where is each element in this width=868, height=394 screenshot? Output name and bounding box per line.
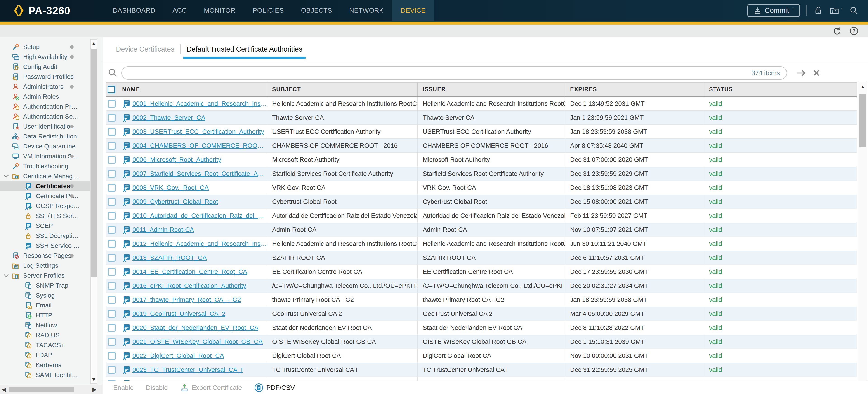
sidebar-item-authentication-profile[interactable]: Authentication Profile xyxy=(0,102,90,111)
sidebar-item-device-quarantine[interactable]: Device Quarantine xyxy=(0,141,90,151)
sidebar-item-saml-identity-provider[interactable]: SAML Identity Provider xyxy=(0,370,90,380)
sidebar-item-email[interactable]: Email xyxy=(0,300,90,310)
scroll-left-arrow[interactable]: ◀ xyxy=(0,387,8,392)
certificate-name-link[interactable]: 0008_VRK_Gov._Root_CA xyxy=(132,184,209,191)
sidebar-item-snmp-trap[interactable]: SNMP Trap xyxy=(0,281,90,291)
sidebar-item-high-availability[interactable]: High Availability xyxy=(0,52,90,62)
certificate-name-link[interactable]: 0017_thawte_Primary_Root_CA_-_G2 xyxy=(132,296,241,303)
nav-tab-monitor[interactable]: MONITOR xyxy=(195,0,244,21)
row-checkbox[interactable] xyxy=(108,184,116,192)
certificate-name-link[interactable]: 0003_USERTrust_ECC_Certification_Authori… xyxy=(132,128,264,135)
disable-button[interactable]: Disable xyxy=(146,384,168,392)
sidebar-item-tacacs[interactable]: TACACS+ xyxy=(0,340,90,350)
column-header-issuer[interactable]: ISSUER xyxy=(418,83,565,96)
certificate-name-link[interactable]: 0001_Hellenic_Academic_and_Research_Inst… xyxy=(132,100,267,107)
sidebar-item-user-identification[interactable]: User Identification xyxy=(0,122,90,131)
nav-tab-acc[interactable]: ACC xyxy=(164,0,195,21)
certificate-name-link[interactable]: 0009_Cybertrust_Global_Root xyxy=(132,198,218,205)
row-checkbox[interactable] xyxy=(108,100,116,107)
enable-button[interactable]: Enable xyxy=(113,384,133,392)
scroll-down-arrow[interactable]: ▼ xyxy=(91,377,97,382)
certificate-name-link[interactable]: 0012_Hellenic_Academic_and_Research_Inst… xyxy=(132,240,267,248)
sidebar-item-ocsp-responder[interactable]: OCSP Responder xyxy=(0,201,90,211)
config-sync-control[interactable]: ˆ xyxy=(829,6,843,15)
row-checkbox[interactable] xyxy=(108,268,116,275)
scroll-up-arrow[interactable]: ▲ xyxy=(859,84,867,89)
row-checkbox[interactable] xyxy=(108,338,116,346)
sidebar-vertical-scrollbar[interactable]: ▲ ▼ xyxy=(90,39,97,384)
row-checkbox[interactable] xyxy=(108,212,116,220)
row-checkbox[interactable] xyxy=(108,352,116,360)
row-checkbox[interactable] xyxy=(108,282,116,290)
search-input[interactable] xyxy=(122,69,751,76)
refresh-icon[interactable] xyxy=(832,26,842,36)
certificate-name-link[interactable]: 0002_Thawte_Server_CA xyxy=(132,114,205,121)
scrollbar-thumb[interactable] xyxy=(91,48,96,277)
scroll-up-arrow[interactable]: ▲ xyxy=(91,41,97,46)
apply-filter-arrow-icon[interactable] xyxy=(795,67,807,79)
row-checkbox[interactable] xyxy=(108,226,116,234)
certificate-name-link[interactable]: 0007_Starfield_Services_Root_Certificate… xyxy=(132,170,267,177)
certificate-name-link[interactable]: 0022_DigiCert_Global_Root_CA xyxy=(132,352,224,359)
scroll-right-arrow[interactable]: ▶ xyxy=(91,387,98,392)
sidebar-item-response-pages[interactable]: Response Pages xyxy=(0,251,90,261)
sidebar-item-syslog[interactable]: Syslog xyxy=(0,291,90,300)
tab-device-certificates[interactable]: Device Certificates xyxy=(110,45,180,53)
sidebar-item-certificate-profile[interactable]: Certificate Profile xyxy=(0,191,90,201)
certificate-name-link[interactable]: 0016_ePKI_Root_Certification_Authority xyxy=(132,282,246,289)
clear-filter-icon[interactable]: × xyxy=(813,65,820,80)
expand-chevron-icon[interactable] xyxy=(3,174,9,178)
search-icon[interactable] xyxy=(849,6,859,15)
pdf-csv-button[interactable]: PDF/CSV xyxy=(254,383,295,392)
expand-chevron-icon[interactable] xyxy=(3,274,9,277)
sidebar-item-kerberos[interactable]: Kerberos xyxy=(0,360,90,370)
nav-tab-network[interactable]: NETWORK xyxy=(341,0,392,21)
column-header-name[interactable]: NAME xyxy=(117,83,267,96)
commit-button[interactable]: Commit ˆ xyxy=(747,4,800,17)
sidebar-item-config-audit[interactable]: Config Audit xyxy=(0,62,90,72)
row-checkbox[interactable] xyxy=(108,366,116,374)
help-icon[interactable]: ? xyxy=(849,26,859,36)
sidebar-item-certificate-management[interactable]: Certificate Management xyxy=(0,171,90,181)
tab-default-trusted-certificate-authorities[interactable]: Default Trusted Certificate Authorities xyxy=(181,45,308,53)
row-checkbox[interactable] xyxy=(108,114,116,122)
sidebar-item-netflow[interactable]: Netflow xyxy=(0,320,90,330)
row-checkbox[interactable] xyxy=(108,128,116,136)
sidebar-item-troubleshooting[interactable]: Troubleshooting xyxy=(0,161,90,171)
row-checkbox[interactable] xyxy=(108,254,116,262)
row-checkbox[interactable] xyxy=(108,142,116,150)
certificate-name-link[interactable]: 0020_Staat_der_Nederlanden_EV_Root_CA xyxy=(132,324,258,331)
unlock-icon[interactable] xyxy=(813,6,823,15)
sidebar-item-certificates[interactable]: Certificates xyxy=(0,181,90,191)
sidebar-item-admin-roles[interactable]: Admin Roles xyxy=(0,92,90,102)
scrollbar-thumb[interactable] xyxy=(860,94,866,147)
sidebar-item-scep[interactable]: SCEP xyxy=(0,221,90,231)
row-checkbox[interactable] xyxy=(108,240,116,248)
row-checkbox[interactable] xyxy=(108,310,116,318)
nav-tab-dashboard[interactable]: DASHBOARD xyxy=(104,0,164,21)
sidebar-item-server-profiles[interactable]: Server Profiles xyxy=(0,271,90,281)
column-header-status[interactable]: STATUS xyxy=(704,83,857,96)
nav-tab-device[interactable]: DEVICE xyxy=(392,0,434,21)
sidebar-item-ssh-service-profile[interactable]: SSH Service Profile xyxy=(0,241,90,251)
sidebar-item-authentication-sequence[interactable]: Authentication Sequence xyxy=(0,111,90,122)
sidebar-item-password-profiles[interactable]: Password Profiles xyxy=(0,72,90,82)
sidebar-item-vm-information-sources[interactable]: VM Information Sources xyxy=(0,151,90,161)
export-certificate-button[interactable]: Export Certificate xyxy=(180,383,242,392)
column-header-expires[interactable]: EXPIRES xyxy=(565,83,704,96)
table-vertical-scrollbar[interactable]: ▲ xyxy=(859,82,867,382)
sidebar-item-ldap[interactable]: LDAP xyxy=(0,350,90,360)
sidebar-item-http[interactable]: HTTP xyxy=(0,310,90,320)
sidebar-item-administrators[interactable]: Administrators xyxy=(0,82,90,92)
nav-tab-policies[interactable]: POLICIES xyxy=(244,0,292,21)
sidebar-item-setup[interactable]: Setup xyxy=(0,42,90,52)
nav-tab-objects[interactable]: OBJECTS xyxy=(292,0,341,21)
certificate-name-link[interactable]: 0006_Microsoft_Root_Authority xyxy=(132,156,221,163)
column-header-subject[interactable]: SUBJECT xyxy=(267,83,418,96)
sidebar-item-radius[interactable]: RADIUS xyxy=(0,330,90,340)
certificate-name-link[interactable]: 0010_Autoridad_de_Certificacion_Raiz_del… xyxy=(132,212,267,219)
certificate-name-link[interactable]: 0021_OISTE_WISeKey_Global_Root_GB_CA xyxy=(132,338,263,346)
sidebar-item-data-redistribution[interactable]: Data Redistribution xyxy=(0,131,90,141)
row-checkbox[interactable] xyxy=(108,324,116,332)
sidebar-item-ssl-tls-service-profile[interactable]: SSL/TLS Service Profile xyxy=(0,211,90,221)
